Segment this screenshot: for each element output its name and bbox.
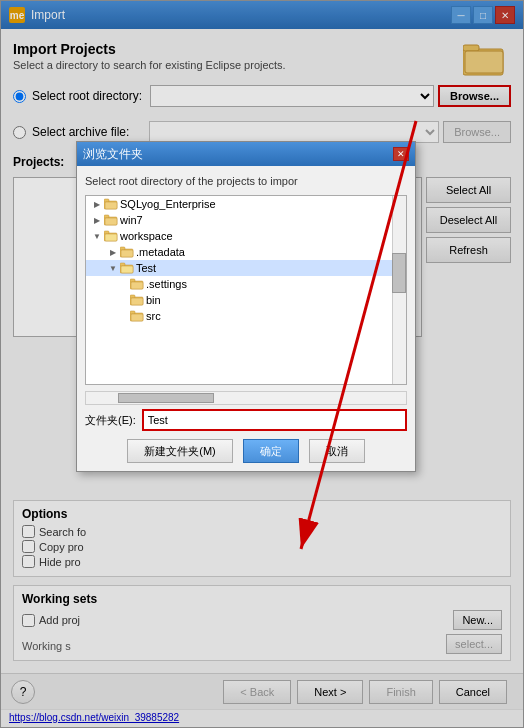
tree-item-test-label: Test — [136, 262, 156, 274]
folder-icon — [104, 198, 118, 210]
tree-item-workspace-label: workspace — [120, 230, 173, 242]
folder-icon — [130, 310, 144, 322]
svg-rect-10 — [104, 231, 109, 234]
tree-item-test[interactable]: ▼ Test — [86, 260, 406, 276]
tree-item-src[interactable]: src — [86, 308, 406, 324]
tree-item-sqlyog[interactable]: ▶ SQLyog_Enterprise — [86, 196, 406, 212]
dialog-title: 浏览文件夹 — [83, 146, 393, 163]
file-browser-dialog: 浏览文件夹 ✕ Select root directory of the pro… — [76, 141, 416, 472]
svg-rect-23 — [131, 298, 143, 305]
dialog-description: Select root directory of the projects to… — [85, 174, 407, 189]
folder-icon — [104, 214, 118, 226]
tree-item-settings-label: .settings — [146, 278, 187, 290]
h-scrollbar-thumb[interactable] — [118, 393, 214, 403]
arrow-icon: ▶ — [106, 245, 120, 259]
svg-rect-4 — [104, 199, 109, 202]
svg-rect-19 — [130, 279, 135, 282]
arrow-icon: ▼ — [106, 261, 120, 275]
filename-label: 文件夹(E): — [85, 413, 136, 428]
folder-icon — [130, 294, 144, 306]
tree-scrollbar[interactable] — [392, 196, 406, 384]
arrow-icon: ▼ — [90, 229, 104, 243]
svg-rect-17 — [121, 266, 133, 273]
arrow-icon: ▶ — [90, 213, 104, 227]
tree-item-win7-label: win7 — [120, 214, 143, 226]
dialog-title-bar: 浏览文件夹 ✕ — [77, 142, 415, 166]
folder-open-icon — [104, 230, 118, 242]
dialog-close-button[interactable]: ✕ — [393, 147, 409, 161]
svg-rect-5 — [105, 202, 117, 209]
tree-item-metadata[interactable]: ▶ .metadata — [86, 244, 406, 260]
arrow-icon: ▶ — [90, 197, 104, 211]
svg-rect-25 — [130, 311, 135, 314]
tree-item-settings[interactable]: .settings — [86, 276, 406, 292]
dialog-content: Select root directory of the projects to… — [77, 166, 415, 471]
folder-open-icon — [120, 262, 134, 274]
dialog-action-buttons: 新建文件夹(M) 确定 取消 — [85, 439, 407, 463]
folder-icon — [120, 246, 134, 258]
svg-rect-13 — [120, 247, 125, 250]
svg-rect-7 — [104, 215, 109, 218]
svg-rect-26 — [131, 314, 143, 321]
dialog-cancel-button[interactable]: 取消 — [309, 439, 365, 463]
new-folder-button[interactable]: 新建文件夹(M) — [127, 439, 233, 463]
svg-rect-20 — [131, 282, 143, 289]
tree-item-win7[interactable]: ▶ win7 — [86, 212, 406, 228]
ok-button[interactable]: 确定 — [243, 439, 299, 463]
tree-item-metadata-label: .metadata — [136, 246, 185, 258]
filename-input[interactable] — [142, 409, 407, 431]
tree-item-bin[interactable]: bin — [86, 292, 406, 308]
svg-rect-11 — [105, 234, 117, 241]
svg-rect-16 — [120, 263, 125, 266]
filename-row: 文件夹(E): — [85, 409, 407, 431]
tree-scrollbar-thumb[interactable] — [392, 253, 406, 293]
tree-view[interactable]: ▶ SQLyog_Enterprise ▶ — [85, 195, 407, 385]
tree-item-src-label: src — [146, 310, 161, 322]
folder-icon — [130, 278, 144, 290]
svg-rect-22 — [130, 295, 135, 298]
tree-item-bin-label: bin — [146, 294, 161, 306]
svg-rect-8 — [105, 218, 117, 225]
horizontal-scrollbar[interactable] — [85, 391, 407, 405]
svg-rect-14 — [121, 250, 133, 257]
tree-item-workspace[interactable]: ▼ workspace — [86, 228, 406, 244]
tree-item-sqlyog-label: SQLyog_Enterprise — [120, 198, 216, 210]
